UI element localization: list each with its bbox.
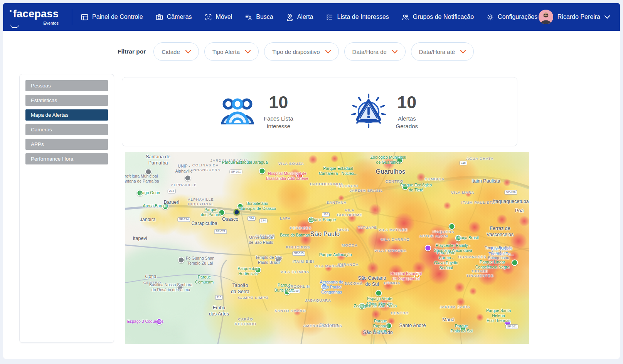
alert-heatmap[interactable]: HHSP-274274SP-021SP-02137417411611611611…	[125, 152, 529, 344]
nav-item-alerta[interactable]: Alerta	[286, 13, 313, 21]
gear-icon	[486, 13, 494, 21]
stat-label: Faces Lista Interesse	[264, 115, 293, 130]
stat-value: 10	[397, 94, 416, 111]
stats-card: 10Faces Lista Interesse10Alertas Gerados	[122, 77, 517, 146]
nav-divider	[72, 9, 72, 25]
nav-item-label: Lista de Interesses	[337, 13, 389, 20]
nav-item-cameras[interactable]: Câmeras	[155, 13, 192, 21]
alert-icon	[351, 94, 386, 130]
face-scan-icon	[204, 13, 212, 21]
stat-label: Alertas Gerados	[396, 115, 418, 130]
nav-item-label: Busca	[256, 13, 273, 20]
map-marker-park	[259, 168, 266, 174]
sidebar-item-performance-hora[interactable]: Performance Hora	[25, 153, 108, 164]
sidebar-item-cameras[interactable]: Cameras	[25, 124, 108, 135]
filter-dropdown-tipo-alerta[interactable]: Tipo Alerta	[204, 42, 259, 61]
filter-bar: Filtrar por CidadeTipo AlertaTipo de dis…	[118, 42, 474, 61]
user-name: Ricardo Pereira	[557, 13, 600, 20]
map-marker-gray	[145, 169, 152, 175]
chevron-down-icon	[392, 50, 397, 54]
map-marker-park	[219, 210, 225, 216]
brand-name: facepass	[13, 9, 59, 19]
dashboard-icon	[81, 13, 89, 21]
sidebar-item-mapa-de-alertas[interactable]: Mapa de Alertas	[25, 109, 108, 121]
people-icon	[401, 13, 409, 21]
top-nav: facepass Eventos Painel de ControleCâmer…	[3, 3, 620, 31]
nav-item-lista-interesses[interactable]: Lista de Interesses	[325, 13, 389, 21]
sidebar-item-pessoas[interactable]: Pessoas	[25, 80, 108, 91]
map-marker-park	[237, 203, 244, 210]
map-marker-paw	[397, 157, 403, 164]
chevron-down-icon	[185, 50, 191, 54]
map-marker-park	[402, 184, 409, 190]
location-pin-icon	[286, 13, 294, 21]
filter-dropdown-tipo-dispositivo[interactable]: Tipo de dispositivo	[264, 42, 339, 61]
nav-item-label: Configurações	[498, 13, 537, 20]
sidebar-item-estatisticas[interactable]: Estatisticas	[25, 95, 108, 106]
map-marker-horange: H	[414, 272, 421, 279]
search-list-icon	[244, 13, 253, 21]
nav-item-label: Alerta	[297, 13, 313, 20]
map-marker-paw	[359, 303, 365, 310]
filter-dropdowns: CidadeTipo AlertaTipo de dispositivoData…	[153, 42, 474, 61]
filter-dropdown-label: Tipo Alerta	[212, 49, 240, 55]
content-area: Filtrar por CidadeTipo AlertaTipo de dis…	[3, 31, 620, 359]
map-marker-gray	[178, 257, 185, 263]
filter-dropdown-label: Data/Hora de	[352, 49, 387, 55]
camera-icon	[155, 13, 163, 21]
chevron-down-icon	[460, 50, 466, 54]
map-marker-park	[386, 323, 392, 329]
nav-item-grupos-notificacao[interactable]: Grupos de Notificação	[401, 13, 474, 21]
map-marker-airport	[321, 283, 328, 290]
page: facepass Eventos Painel de ControleCâmer…	[0, 0, 623, 364]
map-marker-park	[255, 267, 261, 273]
checklist-icon	[325, 13, 333, 21]
avatar[interactable]	[539, 10, 553, 24]
brand-subtitle: Eventos	[43, 21, 59, 25]
map-marker-gray	[177, 284, 184, 291]
faces-icon	[221, 97, 254, 126]
chevron-down-icon	[245, 50, 251, 54]
map-marker-park	[512, 260, 518, 266]
stat-alertas-gerados: 10Alertas Gerados	[351, 94, 418, 130]
sidebar-item-apps[interactable]: APPs	[25, 139, 108, 150]
map-marker-hred: H	[296, 173, 303, 179]
map-marker-park	[449, 223, 455, 230]
map-marker-park	[162, 203, 169, 210]
filter-dropdown-cidade[interactable]: Cidade	[153, 42, 199, 61]
sidebar: PessoasEstatisticasMapa de AlertasCamera…	[19, 74, 114, 343]
filter-dropdown-data-hora-de[interactable]: Data/Hora de	[344, 42, 406, 61]
map-marker-park	[284, 289, 291, 295]
nav-item-painel[interactable]: Painel de Controle	[81, 13, 143, 21]
stat-value: 10	[269, 94, 288, 111]
filter-dropdown-data-hora-ate[interactable]: Data/Hora até	[411, 42, 474, 61]
map-marker-bluedot	[234, 209, 240, 216]
nav-item-label: Painel de Controle	[92, 13, 143, 20]
filter-dropdown-label: Data/Hora até	[419, 49, 455, 55]
map-marker-park	[137, 190, 143, 196]
nav-item-busca[interactable]: Busca	[244, 13, 273, 21]
nav-item-label: Grupos de Notificação	[413, 13, 474, 20]
nav-items: Painel de ControleCâmerasMóvelBuscaAlert…	[81, 13, 537, 21]
map-marker-purple	[505, 320, 511, 326]
map-marker-park	[308, 217, 315, 223]
nav-item-configuracoes[interactable]: Configurações	[486, 13, 537, 21]
map-marker-purple	[156, 319, 163, 325]
map-marker-gray	[185, 175, 191, 181]
brand-smile-icon	[10, 24, 19, 28]
nav-item-movel[interactable]: Móvel	[204, 13, 232, 21]
filter-bar-label: Filtrar por	[118, 48, 146, 55]
map-marker-gray	[275, 256, 282, 263]
map-marker-park	[375, 290, 382, 297]
map-marker-park	[455, 235, 462, 242]
user-menu[interactable]: Ricardo Pereira	[539, 10, 610, 24]
brand-logo[interactable]: facepass Eventos	[13, 9, 59, 25]
nav-item-label: Móvel	[216, 13, 232, 20]
nav-item-label: Câmeras	[167, 13, 192, 20]
chevron-down-icon	[325, 50, 331, 54]
filter-dropdown-label: Cidade	[162, 49, 180, 55]
map-marker-park	[460, 325, 466, 331]
map-marker-purple	[425, 245, 431, 252]
chevron-down-icon[interactable]	[604, 15, 610, 19]
filter-dropdown-label: Tipo de dispositivo	[272, 49, 320, 55]
